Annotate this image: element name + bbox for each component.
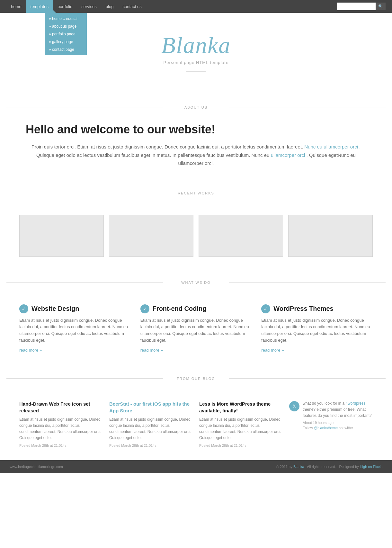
footer-copy-text: © 2011 by (276, 465, 292, 469)
twitter-text-after: theme? either premium or free. What feat… (303, 407, 372, 418)
check-icon-2: ✓ (140, 304, 149, 313)
site-subtitle: Personal page HTML template (6, 60, 386, 65)
nav-templates[interactable]: templates (26, 0, 53, 13)
footer-copy: © 2011 by Blanka All rights reserved. De… (276, 465, 382, 469)
twitter-time: About 19 hours ago (303, 421, 373, 425)
about-text-before: Proin quis tortor orci. Etiam at risus e… (31, 144, 303, 149)
work-item-1[interactable] (19, 215, 104, 257)
work-item-4[interactable] (288, 215, 373, 257)
blog-title-2: BeerStat - our first iOS app hits the Ap… (109, 400, 193, 414)
nav-blog[interactable]: blog (101, 0, 118, 13)
nav-portfolio[interactable]: portfolio (53, 0, 77, 13)
blog-post-2: BeerStat - our first iOS app hits the Ap… (109, 400, 193, 448)
service-title-2: Front-end Coding (153, 305, 207, 312)
blog-title-3: Less is More WordPress theme available, … (199, 400, 283, 414)
service-wordpress-themes: ✓ WordPress Themes Etiam at risus et jus… (261, 304, 373, 353)
check-icon-3: ✓ (261, 304, 270, 313)
service-text-2: Etiam at risus et justo dignissim congue… (140, 317, 252, 344)
footer-designed-by: Designed by (339, 465, 359, 469)
services-grid: ✓ Website Design Etiam at risus et justo… (19, 304, 373, 353)
twitter-follow: Follow @blankatheme on twitter (303, 426, 373, 430)
service-website-design: ✓ Website Design Etiam at risus et justo… (19, 304, 131, 353)
header-divider (186, 71, 206, 72)
blog-title-1: Hand-Drawn Web Free icon set released (19, 400, 103, 414)
follow-handle[interactable]: @blankatheme (314, 426, 338, 430)
service-text-1: Etiam at risus et justo dignissim congue… (19, 317, 131, 344)
dropdown-arrow (51, 10, 56, 13)
footer-designer[interactable]: High on Pixels (360, 465, 382, 469)
service-title-3: WordPress Themes (273, 305, 333, 312)
footer-url: www.heritagechristiancollege.com (10, 465, 63, 469)
twitter-text: what do you look for in a #wordpress the… (303, 400, 373, 419)
footer-rights: All rights reserved. (307, 465, 336, 469)
dropdown-item-gallery[interactable]: » gallery page (45, 38, 87, 46)
twitter-item: 𝕏 what do you look for in a #wordpress t… (289, 400, 373, 448)
about-link1[interactable]: Nunc eu ullamcorper orci (304, 144, 358, 149)
check-icon-1: ✓ (19, 304, 28, 313)
read-more-3[interactable]: read more » (261, 348, 284, 353)
nav-contact[interactable]: contact us (118, 0, 146, 13)
about-section-label: ABOUT US (0, 104, 392, 110)
services-section: ✓ Website Design Etiam at risus et justo… (0, 292, 392, 366)
blog-text-2: Etiam at risus et justo dignissim congue… (109, 417, 193, 441)
search-form: 🔍 (337, 3, 386, 10)
work-item-2[interactable] (109, 215, 193, 257)
service-frontend-coding: ✓ Front-end Coding Etiam at risus et jus… (140, 304, 252, 353)
blog-date-3: Posted March 28th at 21:014s (199, 444, 283, 447)
nav-services[interactable]: services (77, 0, 101, 13)
service-title-row-1: ✓ Website Design (19, 304, 131, 313)
blog-section-label: FROM OUR BLOG (0, 375, 392, 381)
blog-text-1: Etiam at risus et justo dignissim congue… (19, 417, 103, 441)
service-title-row-3: ✓ WordPress Themes (261, 304, 373, 313)
blog-section: Hand-Drawn Web Free icon set released Et… (0, 388, 392, 461)
about-section: Hello and welcome to our website! Proin … (0, 116, 392, 180)
service-title-row-2: ✓ Front-end Coding (140, 304, 252, 313)
nav-home[interactable]: home (6, 0, 26, 13)
dropdown-item-portfolio[interactable]: » portfolio page (45, 30, 87, 38)
about-heading: Hello and welcome to our website! (26, 123, 366, 136)
footer: www.heritagechristiancollege.com © 2011 … (0, 460, 392, 473)
blog-grid: Hand-Drawn Web Free icon set released Et… (19, 400, 373, 448)
twitter-content: what do you look for in a #wordpress the… (303, 400, 373, 430)
footer-brand[interactable]: Blanka (293, 465, 304, 469)
dropdown-item-home-carousal[interactable]: » home carousal (45, 15, 87, 22)
about-text: Proin quis tortor orci. Etiam at risus e… (26, 143, 366, 167)
read-more-2[interactable]: read more » (140, 348, 163, 353)
blog-post-3: Less is More WordPress theme available, … (199, 400, 283, 448)
twitter-text-before: what do you look for in a (303, 401, 344, 406)
blog-date-1: Posted March 28th at 21:014s (19, 444, 103, 447)
work-item-3[interactable] (199, 215, 283, 257)
blog-title-link-2[interactable]: BeerStat - our first iOS app hits the Ap… (109, 401, 190, 413)
blog-post-1: Hand-Drawn Web Free icon set released Et… (19, 400, 103, 448)
twitter-hashtag[interactable]: #wordpress (345, 401, 365, 406)
dropdown-item-about[interactable]: » about us page (45, 22, 87, 30)
works-grid (19, 215, 373, 257)
service-title-1: Website Design (31, 305, 79, 312)
nav-links: home templates portfolio services blog c… (6, 0, 146, 13)
follow-text: Follow (303, 426, 313, 430)
follow-suffix: on twitter (339, 426, 353, 430)
search-input[interactable] (337, 3, 376, 10)
search-button[interactable]: 🔍 (376, 3, 386, 10)
service-text-3: Etiam at risus et justo dignissim congue… (261, 317, 373, 344)
blog-date-2: Posted March 28th at 21:014s (109, 444, 193, 447)
templates-dropdown: » home carousal » about us page » portfo… (45, 13, 87, 55)
blog-text-3: Etiam at risus et justo dignissim congue… (199, 417, 283, 441)
about-link2[interactable]: ullamcorper orci (271, 152, 305, 158)
works-section-label: RECENT WORKS (0, 190, 392, 196)
navbar: home templates portfolio services blog c… (0, 0, 392, 13)
works-section (0, 202, 392, 270)
read-more-1[interactable]: read more » (19, 348, 42, 353)
twitter-icon: 𝕏 (289, 401, 299, 411)
services-section-label: WHAT WE DO (0, 279, 392, 285)
dropdown-item-contact[interactable]: » contact page (45, 46, 87, 53)
